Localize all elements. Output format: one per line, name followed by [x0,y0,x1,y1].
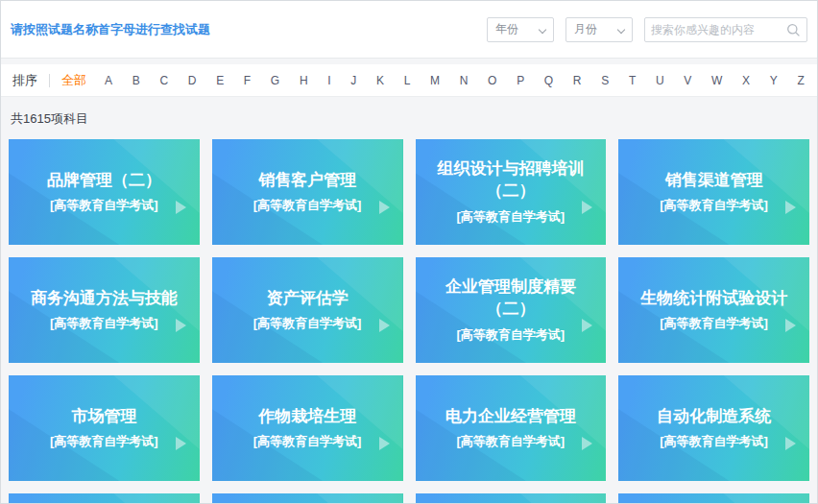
letter-U[interactable]: U [655,72,665,89]
course-subtitle: [高等教育自学考试] [457,326,565,344]
course-card[interactable]: 生物统计附试验设计[高等教育自学考试] [618,257,809,363]
card-facet [212,375,403,481]
year-select[interactable]: 年份 [487,17,554,42]
search-box [644,17,807,42]
letter-I[interactable]: I [326,72,331,89]
filter-all[interactable]: 全部 [61,72,86,89]
letter-H[interactable]: H [299,72,309,89]
course-grid: 品牌管理（二）[高等教育自学考试]销售客户管理[高等教育自学考试]组织设计与招聘… [1,139,817,481]
course-card[interactable] [618,493,809,504]
notice-text: 请按照试题名称首字母进行查找试题 [11,21,210,38]
course-title: 生物统计附试验设计 [640,288,787,310]
month-select-label: 月份 [574,21,597,37]
course-subtitle: [高等教育自学考试] [457,208,565,226]
card-facet [212,257,403,363]
card-facet [9,375,200,481]
course-title: 企业管理制度精要（二） [429,276,593,321]
card-facet [618,139,809,245]
course-card[interactable]: 电力企业经营管理[高等教育自学考试] [416,375,607,481]
letter-N[interactable]: N [459,72,469,89]
play-arrow-icon [379,319,390,332]
letter-E[interactable]: E [215,72,225,89]
course-subtitle: [高等教育自学考试] [660,197,768,214]
letter-Q[interactable]: Q [543,72,554,89]
play-arrow-icon [379,437,390,450]
course-card[interactable]: 销售客户管理[高等教育自学考试] [212,139,403,245]
course-title: 市场管理 [71,406,136,428]
card-facet [416,375,607,481]
course-subtitle: [高等教育自学考试] [253,197,362,214]
letter-K[interactable]: K [375,72,385,89]
letter-T[interactable]: T [628,72,637,89]
search-input[interactable] [645,19,780,40]
course-card[interactable]: 自动化制造系统[高等教育自学考试] [618,375,809,481]
letter-M[interactable]: M [429,72,441,89]
card-facet [618,493,809,504]
card-facet [618,257,809,363]
search-icon[interactable] [786,23,801,37]
letter-V[interactable]: V [683,72,692,89]
course-card[interactable]: 品牌管理（二）[高等教育自学考试] [9,139,200,245]
course-title: 组织设计与招聘培训（二） [429,158,593,203]
play-arrow-icon [582,319,592,332]
chevron-down-icon [539,25,546,33]
course-card[interactable]: 作物栽培生理[高等教育自学考试] [212,375,403,481]
card-facet [618,139,809,245]
card-facet [9,139,200,245]
letter-O[interactable]: O [487,72,497,89]
letter-B[interactable]: B [132,72,141,89]
year-select-label: 年份 [495,21,518,37]
letter-D[interactable]: D [187,72,198,89]
letter-R[interactable]: R [572,72,583,89]
course-card[interactable]: 商务沟通方法与技能[高等教育自学考试] [9,257,200,363]
letter-G[interactable]: G [270,72,280,89]
card-facet [212,375,403,481]
play-arrow-icon [582,437,592,450]
divider [49,74,50,87]
course-card[interactable]: 资产评估学[高等教育自学考试] [212,257,403,363]
letter-Y[interactable]: Y [769,72,779,89]
page: 请按照试题名称首字母进行查找试题 年份 月份 排序 全部 ABCDEFGHI [0,0,818,504]
course-card[interactable]: 企业管理制度精要（二）[高等教育自学考试] [416,257,607,363]
play-arrow-icon [785,201,796,214]
card-facet [212,139,403,245]
play-arrow-icon [582,201,592,214]
letter-C[interactable]: C [158,72,169,89]
letter-list: ABCDEFGHIJKLMNOPQRSTUVWXYZ [104,72,806,89]
letter-F[interactable]: F [243,72,252,89]
course-title: 商务沟通方法与技能 [31,288,178,310]
card-facet [416,493,607,504]
letter-W[interactable]: W [710,72,723,89]
course-card[interactable]: 组织设计与招聘培训（二）[高等教育自学考试] [416,139,607,245]
letter-S[interactable]: S [600,72,610,89]
course-title: 电力企业经营管理 [445,406,576,428]
card-facet [212,257,403,363]
letter-J[interactable]: J [349,72,357,89]
card-facet [212,493,403,504]
course-card[interactable]: 销售渠道管理[高等教育自学考试] [618,139,809,245]
course-subtitle: [高等教育自学考试] [50,197,158,214]
card-facet [416,375,607,481]
course-card[interactable] [212,493,403,504]
letter-L[interactable]: L [403,72,412,89]
top-bar: 请按照试题名称首字母进行查找试题 年份 月份 [1,1,817,59]
card-facet [9,257,200,363]
header-controls: 年份 月份 [487,17,807,42]
letter-X[interactable]: X [741,72,751,89]
letter-Z[interactable]: Z [796,72,805,89]
course-card[interactable]: 市场管理[高等教育自学考试] [9,375,200,481]
course-subtitle: [高等教育自学考试] [50,433,158,450]
play-arrow-icon [176,319,186,332]
month-select[interactable]: 月份 [565,17,633,42]
result-count: 共1615项科目 [1,97,817,139]
course-card[interactable] [416,493,607,504]
letter-P[interactable]: P [516,72,525,89]
play-arrow-icon [176,437,186,450]
course-card[interactable] [9,493,200,504]
course-subtitle: [高等教育自学考试] [660,315,768,332]
course-title: 销售渠道管理 [665,170,763,192]
course-subtitle: [高等教育自学考试] [253,315,362,332]
card-facet [9,493,200,504]
letter-A[interactable]: A [104,72,113,89]
card-facet [212,493,403,504]
